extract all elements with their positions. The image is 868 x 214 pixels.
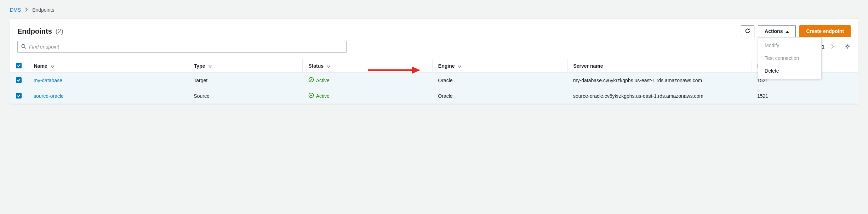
refresh-button[interactable] [741, 25, 754, 37]
col-name[interactable]: Name [34, 63, 47, 69]
table-row[interactable]: my-database Target Active Oracle my-data… [10, 73, 858, 88]
check-circle-icon [308, 92, 314, 99]
sort-icon [327, 63, 330, 69]
page-title: Endpoints [17, 27, 52, 35]
col-engine[interactable]: Engine [438, 63, 455, 69]
search-icon [21, 44, 26, 50]
table-row[interactable]: source-oracle Source Active Oracle sourc… [10, 88, 858, 104]
refresh-icon [745, 28, 750, 35]
cell-engine: Oracle [432, 73, 567, 88]
menu-item-test-connection[interactable]: Test connection [758, 52, 821, 64]
sort-icon [458, 63, 461, 69]
menu-item-modify[interactable]: Modify [758, 39, 821, 52]
cell-type: Source [188, 88, 302, 104]
cell-server: source-oracle.cv6ykrzkgphs.us-east-1.rds… [567, 88, 752, 104]
cell-type: Target [188, 73, 302, 88]
search-input[interactable] [29, 44, 343, 50]
status-badge: Active [308, 77, 330, 84]
endpoints-panel: Endpoints (2) Actions Modify Test connec… [10, 18, 858, 104]
row-checkbox[interactable] [16, 93, 22, 98]
caret-up-icon [786, 28, 789, 34]
page-next[interactable] [831, 44, 834, 50]
col-status[interactable]: Status [308, 63, 324, 69]
status-text: Active [316, 78, 330, 83]
create-endpoint-button[interactable]: Create endpoint [799, 25, 851, 37]
sort-icon [209, 63, 212, 69]
breadcrumb: DMS Endpoints [10, 7, 858, 13]
search-box[interactable] [17, 41, 347, 53]
menu-item-delete[interactable]: Delete [758, 64, 821, 77]
gear-icon [844, 45, 851, 51]
status-badge: Active [308, 92, 330, 99]
actions-button[interactable]: Actions [758, 25, 796, 37]
cell-server: my-database.cv6ykrzkgphs.us-east-1.rds.a… [567, 73, 752, 88]
svg-point-2 [846, 45, 848, 47]
cell-port: 1521 [752, 88, 858, 104]
chevron-right-icon [25, 7, 28, 13]
sort-icon [51, 63, 54, 69]
endpoint-name-link[interactable]: source-oracle [34, 93, 64, 99]
actions-menu: Modify Test connection Delete [758, 37, 822, 79]
page-number: 1 [822, 44, 824, 50]
breadcrumb-current: Endpoints [32, 7, 54, 13]
actions-label: Actions [765, 28, 783, 34]
col-server[interactable]: Server name [573, 63, 603, 69]
row-checkbox[interactable] [16, 77, 22, 83]
breadcrumb-root[interactable]: DMS [10, 7, 21, 13]
svg-line-1 [24, 47, 26, 49]
settings-button[interactable] [844, 43, 851, 51]
create-endpoint-label: Create endpoint [806, 28, 844, 34]
svg-point-0 [22, 44, 25, 47]
cell-engine: Oracle [432, 88, 567, 104]
item-count: (2) [56, 28, 63, 35]
endpoint-name-link[interactable]: my-database [34, 78, 62, 83]
select-all-checkbox[interactable] [16, 63, 22, 68]
col-type[interactable]: Type [194, 63, 205, 69]
endpoints-table: Name Type Status Engine [10, 59, 858, 104]
status-text: Active [316, 93, 330, 99]
check-circle-icon [308, 77, 314, 84]
